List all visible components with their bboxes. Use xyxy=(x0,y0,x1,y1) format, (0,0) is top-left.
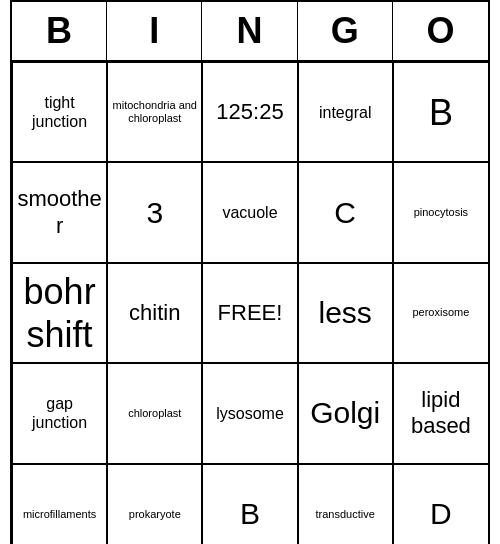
header-letter: G xyxy=(298,2,393,60)
cell-text: C xyxy=(334,195,356,231)
header-letter: I xyxy=(107,2,202,60)
cell-text: FREE! xyxy=(218,300,283,326)
bingo-card: BINGO tight junctionmitochondria and chl… xyxy=(10,0,490,544)
bingo-cell: peroxisome xyxy=(393,263,488,363)
bingo-header: BINGO xyxy=(12,2,488,62)
bingo-grid: tight junctionmitochondria and chloropla… xyxy=(12,62,488,544)
bingo-cell: 125:25 xyxy=(202,62,297,162)
bingo-cell: less xyxy=(298,263,393,363)
bingo-cell: microfillaments xyxy=(12,464,107,545)
bingo-cell: 3 xyxy=(107,162,202,262)
bingo-cell: bohr shift xyxy=(12,263,107,363)
cell-text: 125:25 xyxy=(216,99,283,125)
cell-text: microfillaments xyxy=(23,508,96,521)
cell-text: lysosome xyxy=(216,404,284,423)
bingo-cell: gap junction xyxy=(12,363,107,463)
header-letter: O xyxy=(393,2,488,60)
bingo-cell: Golgi xyxy=(298,363,393,463)
cell-text: D xyxy=(430,496,452,532)
cell-text: B xyxy=(240,496,260,532)
cell-text: bohr shift xyxy=(17,270,102,356)
bingo-cell: tight junction xyxy=(12,62,107,162)
cell-text: tight junction xyxy=(17,93,102,131)
cell-text: less xyxy=(319,295,372,331)
bingo-cell: C xyxy=(298,162,393,262)
cell-text: chitin xyxy=(129,300,180,326)
cell-text: pinocytosis xyxy=(414,206,468,219)
bingo-cell: D xyxy=(393,464,488,545)
bingo-cell: prokaryote xyxy=(107,464,202,545)
bingo-cell: B xyxy=(202,464,297,545)
header-letter: B xyxy=(12,2,107,60)
cell-text: vacuole xyxy=(222,203,277,222)
bingo-cell: B xyxy=(393,62,488,162)
bingo-cell: vacuole xyxy=(202,162,297,262)
header-letter: N xyxy=(202,2,297,60)
cell-text: 3 xyxy=(146,195,163,231)
bingo-cell: mitochondria and chloroplast xyxy=(107,62,202,162)
cell-text: lipid based xyxy=(398,387,484,440)
cell-text: mitochondria and chloroplast xyxy=(112,99,197,125)
bingo-cell: lipid based xyxy=(393,363,488,463)
cell-text: transductive xyxy=(316,508,375,521)
cell-text: prokaryote xyxy=(129,508,181,521)
cell-text: smoother xyxy=(17,186,102,239)
bingo-cell: smoother xyxy=(12,162,107,262)
bingo-cell: transductive xyxy=(298,464,393,545)
bingo-cell: lysosome xyxy=(202,363,297,463)
bingo-cell: chloroplast xyxy=(107,363,202,463)
cell-text: integral xyxy=(319,103,371,122)
cell-text: chloroplast xyxy=(128,407,181,420)
cell-text: B xyxy=(429,91,453,134)
bingo-cell: FREE! xyxy=(202,263,297,363)
bingo-cell: pinocytosis xyxy=(393,162,488,262)
cell-text: gap junction xyxy=(17,394,102,432)
cell-text: Golgi xyxy=(310,395,380,431)
bingo-cell: chitin xyxy=(107,263,202,363)
cell-text: peroxisome xyxy=(412,306,469,319)
bingo-cell: integral xyxy=(298,62,393,162)
